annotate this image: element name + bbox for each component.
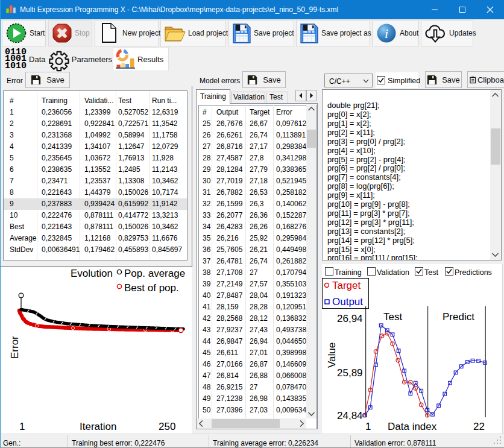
svg-text:i: i xyxy=(385,26,388,41)
